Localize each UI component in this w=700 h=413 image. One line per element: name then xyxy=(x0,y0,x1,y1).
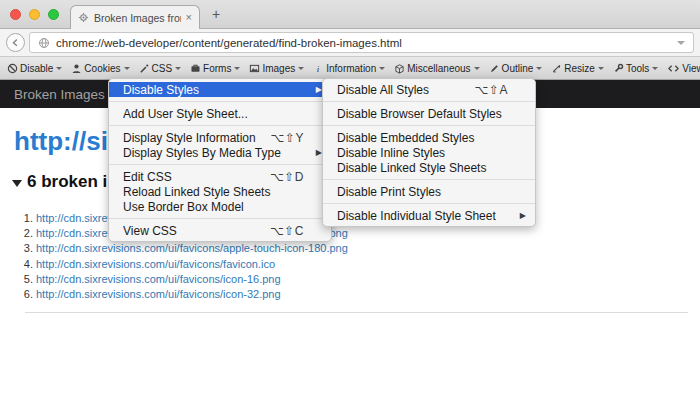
menu-item-disable-browser-default-styles[interactable]: Disable Browser Default Styles xyxy=(323,106,535,121)
menu-item-disable-embedded-styles[interactable]: Disable Embedded Styles xyxy=(323,130,535,145)
menu-item-add-user-style-sheet[interactable]: Add User Style Sheet... xyxy=(109,106,331,121)
toolbar-item-information[interactable]: i Information xyxy=(313,63,385,74)
menu-separator xyxy=(323,179,535,180)
person-icon xyxy=(71,63,82,74)
menu-item-disable-print-styles[interactable]: Disable Print Styles xyxy=(323,184,535,199)
menu-item-disable-inline-styles[interactable]: Disable Inline Styles xyxy=(323,145,535,160)
menu-item-display-styles-by-media-type[interactable]: Display Styles By Media Type ▶ xyxy=(109,145,331,160)
toolbar-item-forms[interactable]: Forms xyxy=(190,63,240,74)
shortcut-label: ⌥⇧A xyxy=(475,83,508,97)
dropdown-caret-icon xyxy=(175,67,181,70)
no-entry-icon xyxy=(7,63,18,74)
url-text[interactable]: chrome://web-developer/content/generated… xyxy=(56,37,671,49)
list-item: http://cdn.sixrevisions.com/ui/favicons/… xyxy=(36,272,348,287)
window-titlebar: Broken Images from http://s… × + xyxy=(0,0,700,29)
dropdown-caret-icon xyxy=(474,67,480,70)
toolbar-item-disable[interactable]: Disable xyxy=(7,63,62,74)
submenu-arrow-icon: ▶ xyxy=(314,86,322,94)
menu-separator xyxy=(323,125,535,126)
menu-item-reload-linked-style-sheets[interactable]: Reload Linked Style Sheets xyxy=(109,184,331,199)
browser-tab[interactable]: Broken Images from http://s… × xyxy=(70,5,200,29)
resize-pencil-icon xyxy=(551,63,562,74)
toolbar-item-cookies[interactable]: Cookies xyxy=(71,63,129,74)
code-brackets-icon xyxy=(667,63,680,74)
svg-text:i: i xyxy=(317,63,320,73)
back-button[interactable] xyxy=(6,33,25,52)
tab-close-icon[interactable]: × xyxy=(186,12,192,23)
css-dropdown-menu: Disable Styles ▶ Add User Style Sheet...… xyxy=(108,78,332,242)
toolbar-item-outline[interactable]: Outline xyxy=(489,63,543,74)
menu-item-view-css[interactable]: View CSS ⌥⇧C xyxy=(109,223,331,238)
toolbar-item-tools[interactable]: Tools xyxy=(613,63,658,74)
globe-icon xyxy=(38,37,50,49)
dropdown-caret-icon xyxy=(652,67,658,70)
back-arrow-icon xyxy=(10,37,21,48)
box-icon xyxy=(394,63,405,74)
shortcut-label: ⌥⇧Y xyxy=(271,131,304,145)
menu-item-disable-individual-style-sheet[interactable]: Disable Individual Style Sheet ▶ xyxy=(323,208,535,223)
tab-title: Broken Images from http://s… xyxy=(94,12,181,24)
horizontal-rule xyxy=(25,312,688,313)
dropdown-caret-icon xyxy=(234,67,240,70)
picture-icon xyxy=(249,63,260,74)
broken-image-link[interactable]: http://cdn.sixrevisions.com/ui/favicons/… xyxy=(36,288,281,300)
dropdown-caret-icon xyxy=(56,67,62,70)
url-bar[interactable]: chrome://web-developer/content/generated… xyxy=(29,32,694,53)
menu-separator xyxy=(109,218,331,219)
toolbar-item-miscellaneous[interactable]: Miscellaneous xyxy=(394,63,479,74)
list-item: http://cdn.sixrevisions.com/ui/favicons/… xyxy=(36,257,348,272)
toolbar-item-css[interactable]: CSS xyxy=(139,63,182,74)
info-icon: i xyxy=(313,63,324,74)
close-window-button[interactable] xyxy=(10,9,21,20)
url-dropdown-icon[interactable] xyxy=(677,41,685,45)
submenu-arrow-icon: ▶ xyxy=(518,212,526,220)
list-item: http://cdn.sixrevisions.com/ui/favicons/… xyxy=(36,287,348,302)
disclosure-triangle-icon[interactable] xyxy=(12,180,22,187)
new-tab-button[interactable]: + xyxy=(212,6,220,22)
menu-item-disable-linked-style-sheets[interactable]: Disable Linked Style Sheets xyxy=(323,160,535,175)
menu-separator xyxy=(323,101,535,102)
broken-image-link[interactable]: http://cdn.sixrevisions.com/ui/favicons/… xyxy=(36,242,348,254)
toolbar-item-resize[interactable]: Resize xyxy=(551,63,604,74)
menu-item-disable-all-styles[interactable]: Disable All Styles ⌥⇧A xyxy=(323,82,535,97)
menu-separator xyxy=(323,203,535,204)
shortcut-label: ⌥⇧D xyxy=(270,170,304,184)
dropdown-caret-icon xyxy=(298,67,304,70)
dropdown-caret-icon xyxy=(598,67,604,70)
menu-separator xyxy=(109,101,331,102)
tab-favicon-gear-icon xyxy=(78,12,89,23)
shortcut-label: ⌥⇧C xyxy=(270,224,304,238)
broken-image-link[interactable]: http://cdn.sixrevisions.com/ui/favicons/… xyxy=(36,273,281,285)
menu-item-disable-styles[interactable]: Disable Styles ▶ xyxy=(109,82,331,97)
dropdown-caret-icon xyxy=(379,67,385,70)
page-header-title: Broken Images xyxy=(14,87,105,102)
toolbar-item-images[interactable]: Images xyxy=(249,63,304,74)
zoom-window-button[interactable] xyxy=(48,9,59,20)
disable-styles-submenu: Disable All Styles ⌥⇧A Disable Browser D… xyxy=(322,78,536,227)
minimize-window-button[interactable] xyxy=(29,9,40,20)
menu-item-edit-css[interactable]: Edit CSS ⌥⇧D xyxy=(109,169,331,184)
list-item: http://cdn.sixrevisions.com/ui/favicons/… xyxy=(36,241,348,256)
submenu-arrow-icon: ▶ xyxy=(314,149,322,157)
toolbar-item-view-source[interactable]: View Source xyxy=(667,63,700,74)
menu-item-use-border-box-model[interactable]: Use Border Box Model xyxy=(109,199,331,214)
menu-separator xyxy=(109,164,331,165)
web-developer-toolbar: Disable Cookies CSS Forms Images i Infor… xyxy=(0,57,700,80)
pencil-icon xyxy=(489,63,500,74)
wrench-icon xyxy=(613,63,624,74)
briefcase-icon xyxy=(190,63,201,74)
navigation-bar: chrome://web-developer/content/generated… xyxy=(0,29,700,57)
broken-image-link[interactable]: http://cdn.sixrevisions.com/ui/favicons/… xyxy=(36,258,275,270)
dropdown-caret-icon xyxy=(124,67,130,70)
dropdown-caret-icon xyxy=(536,67,542,70)
wand-icon xyxy=(139,63,150,74)
menu-separator xyxy=(109,125,331,126)
menu-item-display-style-information[interactable]: Display Style Information ⌥⇧Y xyxy=(109,130,331,145)
